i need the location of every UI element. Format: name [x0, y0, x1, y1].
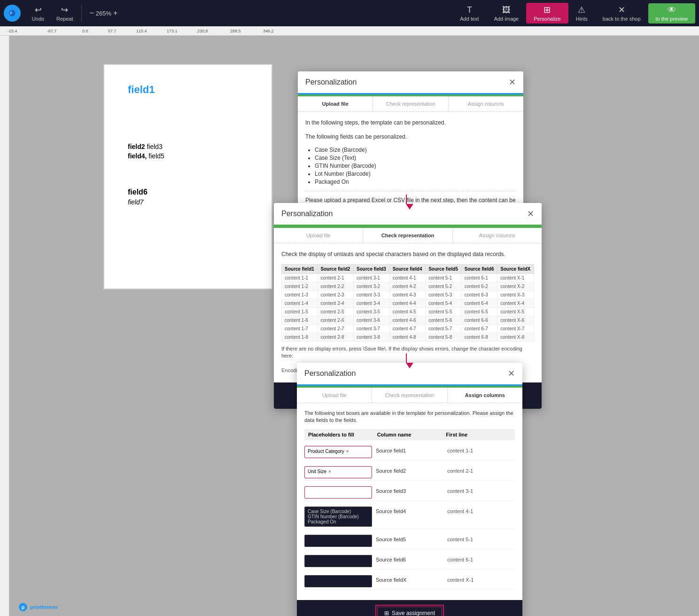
- panel3-step3[interactable]: Assign columns: [448, 388, 522, 403]
- placeholder-cell-4[interactable]: Case Size (Barcode) GTIN Number (Barcode…: [304, 507, 372, 527]
- cell-5-6: content 6-5: [461, 308, 497, 316]
- panel3-desc: The following text boxes are available i…: [304, 410, 515, 424]
- panel2-body: Check the display of umlauts and special…: [274, 243, 542, 382]
- panel1-fields-list: Case Size (Barcode) Case Size (Text) GTI…: [315, 147, 516, 185]
- product-category-remove[interactable]: ×: [346, 449, 349, 454]
- firstline-cell-x: content X-1: [447, 575, 515, 585]
- cell-6-4: content 4-6: [389, 316, 426, 325]
- add-text-icon: T: [467, 5, 472, 15]
- field6-text: field6: [128, 188, 262, 196]
- toolbar-right: T Add text 🖼 Add image ⊞ Personalize ⚠ H…: [452, 3, 695, 23]
- col-header-6: Source field6: [461, 265, 497, 274]
- cell-8-2: content 2-8: [318, 333, 354, 342]
- zoom-plus-icon[interactable]: +: [113, 9, 117, 17]
- canvas-area: field1 field2 field3 field4, field5 fiel…: [0, 36, 699, 616]
- assign-header: Placeholders to fill Column name First l…: [304, 429, 515, 440]
- product-category-label: Product Category: [308, 449, 344, 454]
- panel1-steps: Upload file Check representation Assign …: [298, 96, 523, 112]
- repeat-button[interactable]: ↪ Repeat: [52, 3, 78, 23]
- unit-size-label: Unit Size: [308, 469, 326, 474]
- unit-size-remove[interactable]: ×: [328, 469, 331, 474]
- add-image-button[interactable]: 🖼 Add image: [487, 3, 527, 23]
- panel3-close-button[interactable]: ✕: [508, 368, 515, 379]
- firstline-cell-1: content 1-1: [447, 446, 515, 455]
- cell-7-1: content 1-7: [282, 325, 318, 333]
- col-column-header: Column name: [377, 432, 443, 437]
- placeholder-cell-3[interactable]: [304, 486, 372, 499]
- canvas: field1 field2 field3 field4, field5 fiel…: [9, 36, 699, 616]
- cell-8-3: content 3-8: [354, 333, 390, 342]
- panel2-step3[interactable]: Assign columns: [453, 228, 542, 243]
- cell-3-4: content 4-3: [389, 291, 426, 299]
- cell-3-7: content X-3: [497, 291, 534, 299]
- vertical-ruler: [0, 36, 9, 616]
- cell-7-5: content 5-7: [426, 325, 462, 333]
- placeholder-cell-6[interactable]: [304, 555, 372, 567]
- cell-7-4: content 4-7: [389, 325, 426, 333]
- unit-size-tag: Unit Size ×: [308, 469, 331, 474]
- cell-1-7: content X-1: [497, 274, 534, 282]
- to-preview-button[interactable]: 👁 to the preview: [648, 3, 695, 23]
- cell-8-7: content X-8: [497, 333, 534, 342]
- panel1-step2[interactable]: Check representation: [373, 96, 448, 111]
- placeholder-cell-2[interactable]: Unit Size ×: [304, 466, 372, 478]
- field4-row: field4, field5: [128, 152, 262, 160]
- placeholder-cell-1[interactable]: Product Category ×: [304, 446, 372, 458]
- cell-7-3: content 3-7: [354, 325, 390, 333]
- source-cell-5: Source field5: [376, 535, 443, 544]
- cell-2-3: content 3-2: [354, 282, 390, 291]
- cell-4-1: content 1-4: [282, 299, 318, 308]
- zoom-minus-icon[interactable]: −: [89, 9, 93, 17]
- preview-icon: 👁: [668, 5, 676, 15]
- save-assignment-icon: ⊞: [384, 610, 389, 616]
- panel3-footer: ⊞ Save assignment: [297, 600, 522, 616]
- hints-button[interactable]: ⚠ Hints: [568, 3, 595, 23]
- placeholder-cell-x[interactable]: [304, 575, 372, 587]
- hints-icon: ⚠: [578, 5, 585, 15]
- panel3-step1[interactable]: Upload file: [297, 388, 372, 403]
- panel1-step1[interactable]: Upload file: [298, 96, 373, 111]
- source-cell-4: Source field4: [376, 507, 443, 516]
- field7-text: field7: [128, 198, 262, 206]
- logo[interactable]: P: [4, 5, 21, 22]
- back-to-shop-button[interactable]: ✕ back to the shop: [595, 3, 648, 23]
- panel3-step2[interactable]: Check representation: [372, 388, 447, 403]
- panel2-title: Personalization: [281, 210, 333, 218]
- table-row-7: content 1-7content 2-7content 3-7content…: [282, 325, 534, 333]
- panel2-table-container[interactable]: Source field1 Source field2 Source field…: [281, 264, 534, 342]
- panel2-step1[interactable]: Upload file: [274, 228, 363, 243]
- cell-2-5: content 5-2: [426, 282, 462, 291]
- col-header-3: Source field3: [354, 265, 390, 274]
- cell-7-6: content 6-7: [461, 325, 497, 333]
- repeat-icon: ↪: [61, 5, 68, 15]
- panel1-close-button[interactable]: ✕: [509, 77, 516, 87]
- product-category-tag: Product Category ×: [308, 449, 349, 454]
- field5-text: field5: [148, 152, 164, 160]
- panel2-step2[interactable]: Check representation: [363, 228, 452, 243]
- cell-4-6: content 6-4: [461, 299, 497, 308]
- cell-1-5: content 5-1: [426, 274, 462, 282]
- placeholder-cell-5[interactable]: [304, 535, 372, 547]
- cell-1-1: content 1-1: [282, 274, 318, 282]
- cell-6-6: content 6-6: [461, 316, 497, 325]
- panel1-step3[interactable]: Assign columns: [449, 96, 523, 111]
- add-text-button[interactable]: T Add text: [452, 3, 486, 23]
- design-inner: field1 field2 field3 field4, field5 fiel…: [104, 65, 272, 289]
- design-area: field1 field2 field3 field4, field5 fiel…: [103, 64, 272, 289]
- firstline-cell-3: content 3-1: [447, 486, 515, 496]
- assign-row-3: Source field3 content 3-1: [304, 484, 515, 501]
- table-header: Source field1 Source field2 Source field…: [282, 265, 534, 274]
- cell-1-6: content 6-1: [461, 274, 497, 282]
- cell-7-2: content 2-7: [318, 325, 354, 333]
- cell-6-2: content 2-6: [318, 316, 354, 325]
- col-header-1: Source field1: [282, 265, 318, 274]
- assign-row-2: Unit Size × Source field2 content 2-1: [304, 464, 515, 481]
- personalize-button[interactable]: ⊞ Personalize: [526, 3, 568, 23]
- panel2-close-button[interactable]: ✕: [527, 209, 534, 219]
- field3-text: field3: [147, 143, 162, 150]
- undo-button[interactable]: ↩ Undo: [26, 3, 50, 23]
- cell-5-5: content 5-5: [426, 308, 462, 316]
- panel3-save-highlight: ⊞ Save assignment: [375, 605, 444, 616]
- save-assignment-button[interactable]: ⊞ Save assignment: [377, 607, 442, 616]
- firstline-cell-2: content 2-1: [447, 466, 515, 476]
